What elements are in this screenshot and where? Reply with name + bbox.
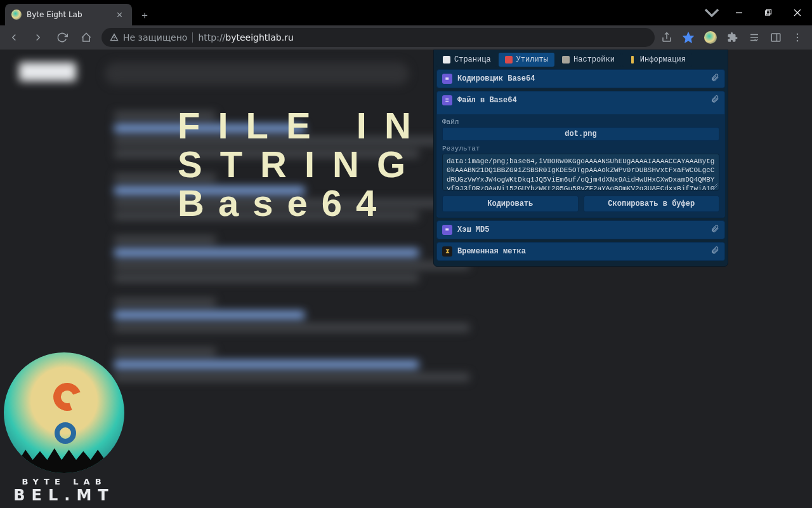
close-tab-icon[interactable]: ✕ bbox=[114, 9, 126, 21]
toolbar-actions bbox=[661, 31, 807, 44]
forward-button[interactable] bbox=[29, 29, 47, 46]
file-field-label: Файл bbox=[442, 118, 719, 126]
reload-button[interactable] bbox=[53, 29, 71, 46]
hash-icon: ≡ bbox=[442, 225, 452, 235]
hero-line-1: FILE IN bbox=[178, 107, 429, 145]
item-file-in-base64-body: Файл dot.png Результат data:image/png;ba… bbox=[437, 114, 724, 217]
tab-page[interactable]: Страница bbox=[436, 53, 497, 67]
svg-point-12 bbox=[797, 34, 798, 35]
tab-strip: Byte Eight Lab ✕ ＋ bbox=[0, 0, 699, 25]
new-tab-button[interactable]: ＋ bbox=[136, 6, 154, 24]
button-row: Кодировать Скопировать в буфер bbox=[442, 196, 719, 212]
reading-list-icon[interactable] bbox=[749, 32, 760, 43]
tab-settings[interactable]: Настройки bbox=[556, 53, 621, 67]
close-window-button[interactable] bbox=[783, 0, 812, 25]
address-separator bbox=[192, 32, 193, 43]
item-md5[interactable]: ≡ Хэш MD5 bbox=[436, 220, 725, 239]
attach-icon[interactable] bbox=[710, 73, 719, 84]
brand-badge: BYTE LAB BEL.MT bbox=[4, 352, 124, 504]
brand-logo-icon bbox=[4, 352, 124, 473]
menu-dots-icon[interactable] bbox=[792, 32, 803, 43]
result-field-label: Результат bbox=[442, 145, 719, 152]
window-controls bbox=[724, 0, 812, 25]
item-file-in-base64-header[interactable]: ≡ Файл в Base64 bbox=[437, 91, 724, 109]
svg-rect-1 bbox=[766, 11, 770, 15]
item-timestamp[interactable]: ⧗ Временная метка bbox=[436, 242, 725, 261]
utilities-icon bbox=[505, 56, 513, 64]
not-secure-warning: Не защищено bbox=[109, 32, 187, 43]
address-url: http://byteeightlab.ru bbox=[198, 32, 293, 43]
svg-point-13 bbox=[797, 37, 798, 38]
panel-tabs: Страница Утилиты Настройки Информация bbox=[436, 53, 725, 67]
encoder-icon: ≡ bbox=[442, 95, 452, 105]
browser-toolbar: Не защищено http://byteeightlab.ru bbox=[0, 25, 812, 50]
extension-panel: Страница Утилиты Настройки Информация ≡ … bbox=[433, 50, 728, 267]
brand-label-2: BEL.MT bbox=[4, 486, 124, 504]
attach-icon[interactable] bbox=[710, 246, 719, 257]
item-file-in-base64: ≡ Файл в Base64 Файл dot.png Результат d… bbox=[436, 91, 725, 218]
brand-label-1: BYTE LAB bbox=[4, 477, 124, 486]
item-base64-encoder[interactable]: ≡ Кодировщик Base64 bbox=[436, 69, 725, 88]
hero-text: FILE IN STRING Base64 bbox=[178, 107, 429, 223]
window-titlebar: Byte Eight Lab ✕ ＋ bbox=[0, 0, 812, 25]
file-picker[interactable]: dot.png bbox=[442, 127, 719, 141]
tabs-chevron-down-icon[interactable] bbox=[699, 0, 724, 25]
back-button[interactable] bbox=[5, 29, 23, 46]
extensions-icon[interactable] bbox=[727, 32, 738, 43]
hourglass-icon: ⧗ bbox=[442, 246, 452, 257]
hero-line-3: Base64 bbox=[178, 184, 429, 223]
info-icon bbox=[631, 56, 634, 64]
browser-tab[interactable]: Byte Eight Lab ✕ bbox=[5, 4, 132, 25]
address-bar[interactable]: Не защищено http://byteeightlab.ru bbox=[102, 28, 655, 47]
minimize-button[interactable] bbox=[724, 0, 754, 25]
maximize-button[interactable] bbox=[754, 0, 783, 25]
side-panel-icon[interactable] bbox=[770, 32, 782, 43]
tab-info[interactable]: Информация bbox=[622, 53, 692, 67]
tab-utilities[interactable]: Утилиты bbox=[499, 53, 554, 67]
encode-button[interactable]: Кодировать bbox=[442, 196, 579, 212]
settings-icon bbox=[562, 56, 570, 64]
svg-point-14 bbox=[797, 40, 798, 41]
home-button[interactable] bbox=[77, 29, 95, 46]
page-icon bbox=[443, 56, 450, 64]
svg-marker-6 bbox=[684, 33, 693, 43]
tab-title: Byte Eight Lab bbox=[27, 10, 82, 19]
favicon-icon bbox=[11, 10, 22, 20]
copy-button[interactable]: Скопировать в буфер bbox=[584, 196, 720, 212]
hero-line-2: STRING bbox=[178, 145, 429, 184]
extension-badge-icon[interactable] bbox=[704, 31, 717, 44]
share-icon[interactable] bbox=[661, 32, 672, 43]
svg-rect-10 bbox=[771, 34, 780, 41]
encoder-icon: ≡ bbox=[442, 74, 452, 84]
bookmark-star-icon[interactable] bbox=[683, 32, 694, 43]
attach-icon[interactable] bbox=[710, 95, 719, 106]
svg-rect-2 bbox=[767, 10, 771, 14]
attach-icon[interactable] bbox=[710, 224, 719, 236]
resize-handle-icon[interactable] bbox=[711, 184, 717, 190]
result-textarea[interactable]: data:image/png;base64,iVBORw0KGgoAAAANSU… bbox=[442, 154, 719, 190]
page-content: FILE IN STRING Base64 Страница Утилиты Н… bbox=[0, 50, 812, 508]
